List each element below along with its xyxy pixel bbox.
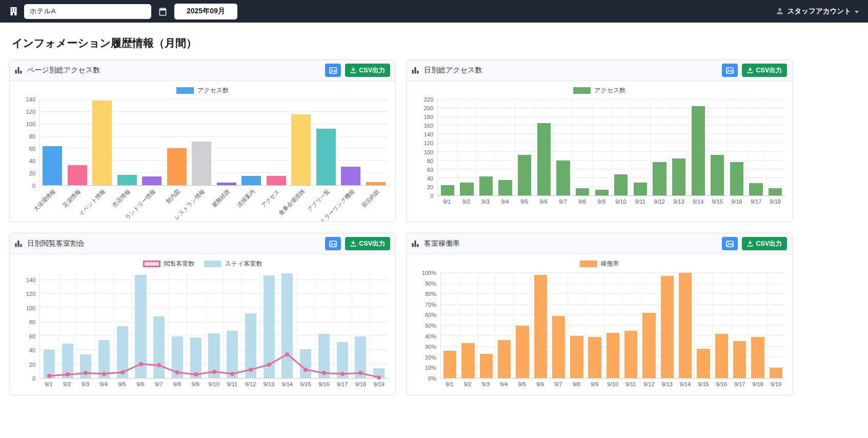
x-tick-text: 9/19 — [771, 381, 781, 387]
bar — [576, 188, 589, 195]
y-tick-label: 0 — [430, 193, 433, 199]
x-tick-label: 9/2 — [58, 379, 76, 387]
x-tick-text: 9/2 — [63, 381, 71, 387]
y-tick-label: 140 — [26, 277, 35, 283]
x-tick-label: 9/7 — [150, 379, 168, 387]
x-tick-text: 9/18 — [770, 198, 781, 205]
x-tick-label: 9/16 — [315, 379, 333, 387]
bar — [498, 340, 511, 378]
image-export-button[interactable] — [722, 237, 738, 250]
x-tick-text: 9/10 — [607, 381, 618, 387]
person-icon — [776, 7, 784, 15]
csv-export-button[interactable]: CSV出力 — [345, 64, 390, 77]
x-tick-text: 9/15 — [698, 381, 709, 387]
line-point — [47, 374, 51, 378]
x-tick-label: 9/3 — [477, 379, 495, 387]
line-point — [212, 370, 216, 374]
csv-export-button[interactable]: CSV出力 — [742, 237, 787, 250]
card-header: 日別総アクセス数 — [407, 60, 792, 81]
x-tick-text: 9/2 — [463, 381, 471, 387]
month-picker[interactable]: 2025年09月 — [174, 4, 237, 19]
bar — [142, 176, 162, 185]
bar-chart-icon — [15, 240, 23, 247]
bar — [167, 148, 187, 185]
y-tick-label: 120 — [26, 291, 35, 297]
bar — [241, 176, 261, 185]
x-tick-label: 大浴場情報 — [39, 186, 65, 220]
y-tick-label: 100% — [422, 270, 436, 276]
x-tick-label: 9/17 — [746, 196, 766, 205]
calendar-button[interactable] — [157, 6, 168, 17]
card-body: 稼働率0%10%20%30%40%50%60%70%80%90%100%9/19… — [407, 254, 792, 395]
y-tick-label: 60% — [425, 312, 436, 318]
card-header: ページ別総アクセス数 — [10, 60, 395, 81]
line-series — [40, 273, 388, 378]
legend-swatch — [580, 261, 597, 267]
x-tick-text: 9/16 — [731, 198, 742, 205]
hotel-name-input[interactable] — [24, 4, 151, 19]
bar — [679, 273, 692, 378]
bar — [461, 343, 474, 378]
x-tick-label: 9/13 — [658, 379, 676, 387]
legend-label: 稼働率 — [601, 260, 619, 268]
bar — [341, 167, 360, 185]
legend-item: ステイ客室数 — [204, 260, 263, 268]
x-tick-text: 9/8 — [578, 198, 586, 205]
bar — [460, 183, 473, 196]
x-tick-label: 9/10 — [611, 196, 631, 205]
bar — [552, 316, 565, 378]
y-tick-label: 20% — [425, 354, 436, 361]
x-tick-text: 9/6 — [536, 381, 544, 387]
account-menu[interactable]: スタッフアカウント — [776, 7, 859, 16]
chart-card-daily-access: 日別総アクセス数 — [406, 59, 793, 222]
image-export-button[interactable] — [325, 64, 341, 77]
bar — [653, 162, 666, 195]
y-tick-label: 0 — [32, 375, 35, 382]
legend-item: 閲覧客室数 — [143, 260, 195, 268]
bar — [117, 175, 137, 185]
x-tick-text: 宿泊約款 — [360, 188, 381, 209]
y-tick-label: 120 — [424, 140, 433, 146]
x-tick-label: 9/13 — [669, 196, 689, 205]
y-tick-label: 40 — [427, 175, 433, 182]
csv-export-button[interactable]: CSV出力 — [345, 237, 390, 250]
x-tick-text: 足湯情報 — [61, 188, 83, 209]
x-tick-label: 9/12 — [640, 379, 658, 387]
x-tick-text: 売店情報 — [111, 188, 132, 209]
x-tick-text: 9/7 — [559, 198, 567, 205]
card-header: 客室稼働率 — [407, 233, 792, 254]
y-axis: 020406080100120140160180200220 — [414, 99, 437, 196]
bar — [267, 176, 286, 185]
bar — [291, 114, 311, 185]
x-tick-label: 9/8 — [568, 379, 586, 387]
bar — [692, 106, 705, 195]
x-tick-text: 9/9 — [192, 381, 199, 387]
account-label: スタッフアカウント — [788, 7, 851, 16]
y-tick-label: 220 — [424, 96, 433, 103]
bar — [715, 334, 728, 378]
image-export-button[interactable] — [722, 64, 738, 77]
image-icon — [329, 241, 337, 247]
y-tick-label: 140 — [424, 131, 433, 137]
bar — [92, 101, 112, 185]
x-tick-label: 9/5 — [515, 196, 534, 205]
occupancy-bar-chart: 稼働率0%10%20%30%40%50%60%70%80%90%100%9/19… — [414, 257, 785, 393]
y-tick-label: 50% — [425, 323, 436, 329]
image-icon — [726, 67, 734, 74]
x-tick-label: 清掃案内 — [239, 186, 264, 220]
line-point — [358, 371, 362, 375]
x-tick-label: 避難経路 — [214, 186, 239, 220]
x-tick-label: 9/17 — [731, 379, 749, 387]
csv-export-button[interactable]: CSV出力 — [742, 64, 787, 77]
x-tick-label: 9/19 — [370, 379, 388, 387]
x-tick-label: 9/16 — [713, 379, 731, 387]
x-tick-text: 9/6 — [136, 381, 144, 387]
line-point — [194, 372, 198, 376]
calendar-icon — [158, 7, 167, 16]
image-export-button[interactable] — [325, 237, 341, 250]
x-tick-label: 9/12 — [650, 196, 669, 205]
y-tick-label: 20 — [29, 362, 35, 368]
x-tick-text: 9/17 — [751, 198, 761, 205]
y-axis: 0%10%20%30%40%50%60%70%80%90%100% — [414, 273, 440, 379]
bar — [192, 142, 211, 185]
